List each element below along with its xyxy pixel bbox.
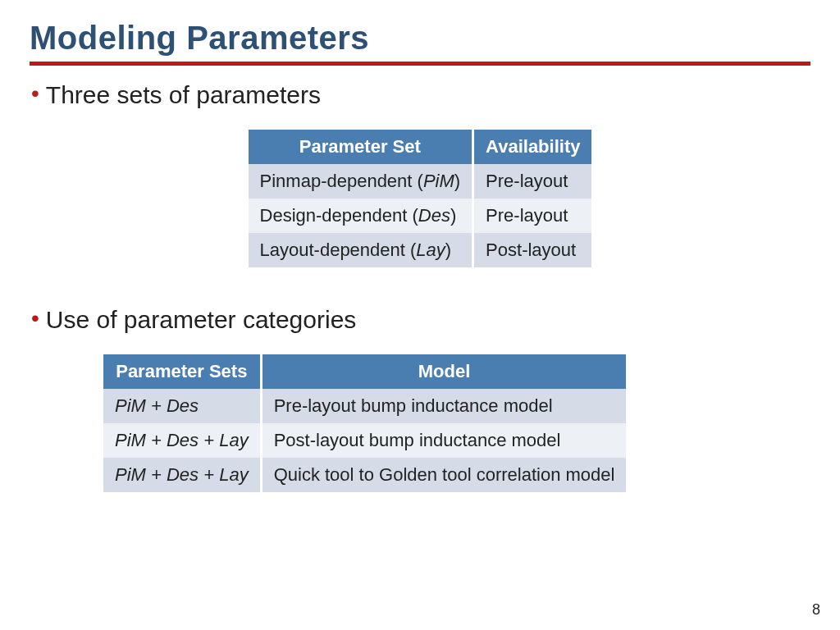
cell-parameter-set: Design-dependent (Des) <box>249 199 473 233</box>
table-row: Layout-dependent (Lay) Post-layout <box>249 233 592 267</box>
slide: Modeling Parameters • Three sets of para… <box>0 0 840 630</box>
cell-text: Layout-dependent ( <box>260 240 417 260</box>
bullet-2-text: Use of parameter categories <box>46 305 357 335</box>
table-row: Pinmap-dependent (PiM) Pre-layout <box>249 164 592 199</box>
cell-availability: Pre-layout <box>473 199 592 233</box>
cell-parameter-set: Pinmap-dependent (PiM) <box>249 164 473 199</box>
bullet-2: • Use of parameter categories <box>30 305 810 335</box>
table-row: PiM + Des + Lay Quick tool to Golden too… <box>103 458 626 492</box>
cell-parameter-set: Layout-dependent (Lay) <box>249 233 473 267</box>
cell-parameter-sets: PiM + Des + Lay <box>103 458 261 492</box>
cell-availability: Pre-layout <box>473 164 592 199</box>
table-2-wrap: Parameter Sets Model PiM + Des Pre-layou… <box>103 354 810 492</box>
title-underline <box>30 62 810 66</box>
col-header-parameter-sets: Parameter Sets <box>103 354 261 389</box>
cell-italic: PiM <box>423 171 454 191</box>
cell-text: Design-dependent ( <box>260 205 418 226</box>
table-row: PiM + Des Pre-layout bump inductance mod… <box>103 389 626 423</box>
cell-italic: Lay <box>416 240 445 260</box>
table-1-wrap: Parameter Set Availability Pinmap-depend… <box>30 110 810 267</box>
bullet-1: • Three sets of parameters <box>30 80 810 110</box>
parameter-model-table: Parameter Sets Model PiM + Des Pre-layou… <box>103 354 626 492</box>
cell-text: ) <box>454 171 460 191</box>
table-row: Design-dependent (Des) Pre-layout <box>249 199 592 233</box>
cell-text: Pinmap-dependent ( <box>260 171 423 191</box>
cell-model: Post-layout bump inductance model <box>261 423 626 458</box>
cell-text: ) <box>445 240 451 260</box>
col-header-parameter-set: Parameter Set <box>249 130 473 164</box>
table-row: PiM + Des + Lay Post-layout bump inducta… <box>103 423 626 458</box>
bullet-dot-icon: • <box>31 305 39 331</box>
cell-italic: Des <box>418 205 450 226</box>
cell-parameter-sets: PiM + Des <box>103 389 261 423</box>
col-header-model: Model <box>261 354 626 389</box>
bullet-dot-icon: • <box>31 80 39 107</box>
cell-parameter-sets: PiM + Des + Lay <box>103 423 261 458</box>
page-number: 8 <box>812 601 820 619</box>
cell-availability: Post-layout <box>473 233 592 267</box>
cell-model: Pre-layout bump inductance model <box>261 389 626 423</box>
slide-title: Modeling Parameters <box>30 20 810 57</box>
table-header-row: Parameter Set Availability <box>249 130 592 164</box>
cell-model: Quick tool to Golden tool correlation mo… <box>261 458 626 492</box>
table-header-row: Parameter Sets Model <box>103 354 626 389</box>
cell-text: ) <box>450 205 456 226</box>
bullet-1-text: Three sets of parameters <box>46 80 321 110</box>
col-header-availability: Availability <box>473 130 592 164</box>
parameter-set-table: Parameter Set Availability Pinmap-depend… <box>249 130 592 267</box>
